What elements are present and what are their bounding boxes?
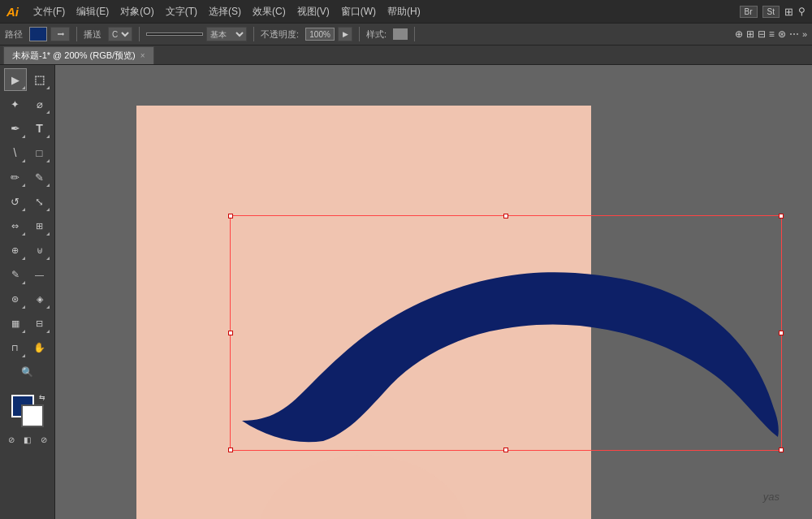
rect-icon: □ [37, 147, 43, 159]
watermark-text: yas [763, 491, 780, 503]
live-paint-icon: ⊎ [37, 245, 43, 256]
more-options-icon[interactable]: » [802, 29, 807, 39]
tool-row-selection: ▶ ⬚ [4, 68, 51, 91]
slice-tool[interactable]: ⊓ [4, 336, 27, 359]
opacity-label: 不透明度: [261, 28, 299, 41]
artboard-tool[interactable]: ⊟ [28, 312, 51, 335]
pen-icon: ✒ [11, 122, 20, 135]
menu-effect[interactable]: 效果(C) [248, 3, 291, 20]
arrange-icon[interactable]: ⋯ [789, 28, 799, 40]
swap-colors-icon[interactable]: ⇆ [39, 393, 45, 401]
menu-window[interactable]: 窗口(W) [336, 3, 381, 20]
blend-tool[interactable]: ⊛ [4, 288, 27, 310]
rotate-tool[interactable]: ↺ [4, 190, 27, 213]
direct-selection-icon: ⬚ [34, 73, 45, 86]
eyedropper-icon: ✎ [11, 269, 19, 280]
line-tool[interactable]: \ [4, 141, 27, 164]
line-icon: \ [14, 146, 17, 159]
link-icon[interactable]: ⊕ [735, 28, 743, 40]
menu-bar: 文件(F) 编辑(E) 对象(O) 文字(T) 选择(S) 效果(C) 视图(V… [28, 3, 425, 20]
style-swatch[interactable] [393, 28, 408, 40]
transform-icon[interactable]: ⊟ [758, 28, 766, 40]
hand-tool[interactable]: ✋ [28, 336, 51, 359]
zoom-tool[interactable]: 🔍 [16, 361, 39, 383]
none-stroke-btn[interactable]: ⊘ [37, 432, 51, 447]
stroke-swatch[interactable] [21, 404, 44, 427]
measure-tool[interactable]: — [28, 263, 51, 286]
pathfinder-icon[interactable]: ⊛ [778, 28, 786, 40]
symbol-sprayer-tool[interactable]: ◈ [28, 288, 51, 310]
live-paint-tool[interactable]: ⊎ [28, 239, 51, 262]
menu-help[interactable]: 帮助(H) [382, 3, 425, 20]
color-swatches[interactable]: ⇆ [11, 395, 44, 427]
selection-tool[interactable]: ▶ [4, 68, 27, 91]
pencil-icon: ✎ [35, 171, 44, 184]
artboard-icon2: ⊟ [36, 318, 43, 329]
column-graph-tool[interactable]: ▦ [4, 312, 27, 335]
slice-icon: ⊓ [11, 343, 19, 353]
bridge-icon[interactable]: Br [740, 6, 758, 18]
tab-close-btn[interactable]: × [140, 51, 145, 60]
rect-tool[interactable]: □ [28, 141, 51, 164]
search-icon[interactable]: ⚲ [798, 6, 806, 17]
left-toolbar: ▶ ⬚ ✦ ⌀ ✒ T [0, 65, 55, 519]
opacity-up-btn[interactable]: ▶ [338, 27, 352, 41]
menu-view[interactable]: 视图(V) [292, 3, 335, 20]
canvas-area[interactable]: yas [55, 65, 812, 519]
stock-icon[interactable]: St [762, 6, 780, 18]
magic-wand-icon: ✦ [11, 98, 19, 110]
tool-row-brush: ✏ ✎ [4, 166, 51, 188]
tab-title: 未标题-1* @ 200% (RGB/预览) [12, 50, 136, 62]
align-icon[interactable]: ≡ [769, 28, 775, 40]
scale-tool[interactable]: ⤡ [28, 190, 51, 213]
title-bar: Ai 文件(F) 编辑(E) 对象(O) 文字(T) 选择(S) 效果(C) 视… [0, 0, 812, 23]
brush-tool[interactable]: ✏ [4, 166, 27, 188]
menu-object[interactable]: 对象(O) [115, 3, 158, 20]
fill-color-swatch[interactable] [29, 27, 47, 41]
shape-builder-tool[interactable]: ⊕ [4, 239, 27, 262]
tab-bar: 未标题-1* @ 200% (RGB/预览) × [0, 45, 812, 65]
lasso-tool[interactable]: ⌀ [28, 93, 51, 115]
none-color-btn[interactable]: ⊘ [4, 432, 19, 447]
menu-select[interactable]: 选择(S) [204, 3, 246, 20]
pen-tool[interactable]: ✒ [4, 117, 27, 140]
document-tab[interactable]: 未标题-1* @ 200% (RGB/预览) × [3, 46, 154, 64]
type-tool[interactable]: T [28, 117, 51, 140]
artboard-icon[interactable]: ⊞ [746, 28, 754, 40]
options-toolbar: 路径 播送 C 基本 不透明度: ▶ 样式: ⊕ ⊞ ⊟ ≡ ⊛ ⋯ » [0, 23, 812, 45]
divider-2 [139, 27, 140, 41]
eyedropper-tool[interactable]: ✎ [4, 263, 27, 286]
main-area: ▶ ⬚ ✦ ⌀ ✒ T [0, 65, 812, 519]
menu-text[interactable]: 文字(T) [161, 3, 202, 20]
menu-edit[interactable]: 编辑(E) [71, 3, 114, 20]
divider-5 [414, 27, 415, 41]
direct-selection-tool[interactable]: ⬚ [28, 68, 51, 91]
symbol-icon: ◈ [37, 294, 43, 305]
tool-row-graph: ▦ ⊟ [4, 312, 51, 335]
scale-icon: ⤡ [35, 196, 44, 208]
mode-select[interactable]: C [108, 27, 132, 41]
svg-point-2 [258, 455, 469, 519]
tool-row-eyedropper: ✎ — [4, 263, 51, 286]
width-tool[interactable]: ⇔ [4, 214, 27, 237]
column-graph-icon: ▦ [11, 318, 19, 329]
tool-row-pen: ✒ T [4, 117, 51, 140]
menu-file[interactable]: 文件(F) [28, 3, 70, 20]
shape-builder-icon: ⊕ [11, 245, 19, 256]
pencil-tool[interactable]: ✎ [28, 166, 51, 188]
stroke-btn[interactable] [50, 27, 70, 41]
style-label: 样式: [366, 28, 387, 41]
stroke-type-select[interactable]: 基本 [206, 27, 247, 41]
magic-wand-tool[interactable]: ✦ [4, 93, 27, 115]
type-icon: T [36, 122, 43, 135]
tool-row-slice: ⊓ ✋ [4, 336, 51, 359]
tool-row-blend: ⊛ ◈ [4, 288, 51, 310]
free-transform-tool[interactable]: ⊞ [28, 214, 51, 237]
mode-label: 播送 [84, 28, 102, 41]
divider-1 [76, 27, 77, 41]
gradient-btn[interactable]: ◧ [20, 432, 35, 447]
blend-icon: ⊛ [11, 294, 19, 305]
workspace-icon[interactable]: ⊞ [784, 6, 793, 18]
tool-row-width: ⇔ ⊞ [4, 214, 51, 237]
opacity-input[interactable] [305, 28, 335, 41]
